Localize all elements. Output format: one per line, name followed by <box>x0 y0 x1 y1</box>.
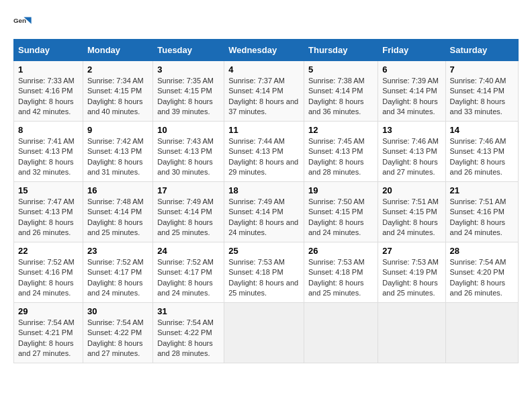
day-info: Sunrise: 7:41 AM Sunset: 4:13 PM Dayligh… <box>18 136 79 178</box>
daylight-label: Daylight: 8 hours and 24 minutes. <box>228 218 298 236</box>
day-number: 18 <box>228 185 300 195</box>
daylight-label: Daylight: 8 hours and 28 minutes. <box>157 339 213 357</box>
calendar-cell: 21 Sunrise: 7:51 AM Sunset: 4:16 PM Dayl… <box>445 182 518 242</box>
day-number: 14 <box>450 125 514 135</box>
sunset-label: Sunset: 4:14 PM <box>228 87 283 95</box>
sunrise-label: Sunrise: 7:45 AM <box>308 137 365 145</box>
sunset-label: Sunset: 4:14 PM <box>157 208 212 216</box>
header-cell: Sunday <box>14 40 83 61</box>
day-number: 28 <box>450 246 514 256</box>
day-number: 19 <box>308 185 373 195</box>
day-info: Sunrise: 7:37 AM Sunset: 4:14 PM Dayligh… <box>228 76 300 118</box>
sunset-label: Sunset: 4:14 PM <box>450 87 504 95</box>
day-info: Sunrise: 7:43 AM Sunset: 4:13 PM Dayligh… <box>157 136 220 178</box>
day-number: 10 <box>157 125 220 135</box>
day-number: 23 <box>87 246 148 256</box>
calendar-cell: 18 Sunrise: 7:49 AM Sunset: 4:14 PM Dayl… <box>224 182 304 242</box>
sunset-label: Sunset: 4:13 PM <box>157 147 212 155</box>
calendar-cell: 29 Sunrise: 7:54 AM Sunset: 4:21 PM Dayl… <box>14 303 83 363</box>
calendar-cell: 12 Sunrise: 7:45 AM Sunset: 4:13 PM Dayl… <box>304 122 378 182</box>
sunrise-label: Sunrise: 7:33 AM <box>18 77 75 85</box>
daylight-label: Daylight: 8 hours and 25 minutes. <box>308 279 364 297</box>
day-number: 15 <box>18 185 79 195</box>
sunrise-label: Sunrise: 7:43 AM <box>157 137 214 145</box>
sunrise-label: Sunrise: 7:53 AM <box>308 258 365 266</box>
daylight-label: Daylight: 8 hours and 24 minutes. <box>157 279 213 297</box>
sunrise-label: Sunrise: 7:48 AM <box>87 197 144 205</box>
day-number: 29 <box>18 306 79 316</box>
day-number: 1 <box>18 64 79 75</box>
calendar-cell: 27 Sunrise: 7:53 AM Sunset: 4:19 PM Dayl… <box>378 242 445 303</box>
sunset-label: Sunset: 4:14 PM <box>308 87 363 95</box>
calendar-cell: 19 Sunrise: 7:50 AM Sunset: 4:15 PM Dayl… <box>304 182 378 242</box>
daylight-label: Daylight: 8 hours and 27 minutes. <box>87 339 143 357</box>
calendar-cell: 10 Sunrise: 7:43 AM Sunset: 4:13 PM Dayl… <box>153 122 224 182</box>
day-number: 31 <box>157 306 220 316</box>
calendar-cell: 30 Sunrise: 7:54 AM Sunset: 4:22 PM Dayl… <box>83 303 152 363</box>
sunset-label: Sunset: 4:13 PM <box>87 147 142 155</box>
sunrise-label: Sunrise: 7:54 AM <box>87 318 144 326</box>
day-number: 25 <box>228 246 300 256</box>
calendar-header: SundayMondayTuesdayWednesdayThursdayFrid… <box>14 40 519 61</box>
day-number: 5 <box>308 64 373 75</box>
sunset-label: Sunset: 4:16 PM <box>450 208 504 216</box>
sunset-label: Sunset: 4:17 PM <box>87 268 142 276</box>
calendar-cell: 1 Sunrise: 7:33 AM Sunset: 4:16 PM Dayli… <box>14 61 83 122</box>
header-cell: Saturday <box>445 40 518 61</box>
calendar-cell: 25 Sunrise: 7:53 AM Sunset: 4:18 PM Dayl… <box>224 242 304 303</box>
sunrise-label: Sunrise: 7:51 AM <box>382 197 439 205</box>
sunset-label: Sunset: 4:13 PM <box>308 147 363 155</box>
day-info: Sunrise: 7:50 AM Sunset: 4:15 PM Dayligh… <box>308 197 373 238</box>
sunrise-label: Sunrise: 7:53 AM <box>382 258 439 266</box>
sunrise-label: Sunrise: 7:42 AM <box>87 137 144 145</box>
sunset-label: Sunset: 4:17 PM <box>157 268 212 276</box>
daylight-label: Daylight: 8 hours and 25 minutes. <box>382 279 438 297</box>
daylight-label: Daylight: 8 hours and 39 minutes. <box>157 97 213 116</box>
daylight-label: Daylight: 8 hours and 26 minutes. <box>18 218 74 236</box>
daylight-label: Daylight: 8 hours and 29 minutes. <box>228 158 298 176</box>
day-number: 20 <box>382 185 441 195</box>
day-number: 27 <box>382 246 441 256</box>
daylight-label: Daylight: 8 hours and 24 minutes. <box>87 279 143 297</box>
day-number: 2 <box>87 64 148 75</box>
daylight-label: Daylight: 8 hours and 28 minutes. <box>308 158 364 176</box>
daylight-label: Daylight: 8 hours and 24 minutes. <box>382 218 438 236</box>
sunrise-label: Sunrise: 7:50 AM <box>308 197 365 205</box>
day-info: Sunrise: 7:52 AM Sunset: 4:16 PM Dayligh… <box>18 257 79 299</box>
day-info: Sunrise: 7:46 AM Sunset: 4:13 PM Dayligh… <box>382 136 441 178</box>
logo-icon: Gen <box>13 13 32 32</box>
header-cell: Thursday <box>304 40 378 61</box>
page-header: Gen <box>13 13 519 32</box>
day-info: Sunrise: 7:54 AM Sunset: 4:21 PM Dayligh… <box>18 318 79 359</box>
day-number: 26 <box>308 246 373 256</box>
calendar-cell: 6 Sunrise: 7:39 AM Sunset: 4:14 PM Dayli… <box>378 61 445 122</box>
day-info: Sunrise: 7:54 AM Sunset: 4:22 PM Dayligh… <box>87 318 148 359</box>
header-cell: Monday <box>83 40 152 61</box>
day-info: Sunrise: 7:51 AM Sunset: 4:15 PM Dayligh… <box>382 197 441 238</box>
sunset-label: Sunset: 4:18 PM <box>228 268 283 276</box>
table-row: 1 Sunrise: 7:33 AM Sunset: 4:16 PM Dayli… <box>14 61 519 122</box>
table-row: 15 Sunrise: 7:47 AM Sunset: 4:13 PM Dayl… <box>14 182 519 242</box>
daylight-label: Daylight: 8 hours and 25 minutes. <box>157 218 213 236</box>
daylight-label: Daylight: 8 hours and 34 minutes. <box>382 97 438 116</box>
daylight-label: Daylight: 8 hours and 37 minutes. <box>228 97 298 116</box>
day-info: Sunrise: 7:52 AM Sunset: 4:17 PM Dayligh… <box>87 257 148 299</box>
sunset-label: Sunset: 4:19 PM <box>382 268 437 276</box>
calendar-cell: 16 Sunrise: 7:48 AM Sunset: 4:14 PM Dayl… <box>83 182 152 242</box>
day-info: Sunrise: 7:46 AM Sunset: 4:13 PM Dayligh… <box>450 136 514 178</box>
calendar-cell: 9 Sunrise: 7:42 AM Sunset: 4:13 PM Dayli… <box>83 122 152 182</box>
calendar-cell: 23 Sunrise: 7:52 AM Sunset: 4:17 PM Dayl… <box>83 242 152 303</box>
daylight-label: Daylight: 8 hours and 24 minutes. <box>450 218 506 236</box>
sunset-label: Sunset: 4:22 PM <box>87 328 142 336</box>
sunrise-label: Sunrise: 7:51 AM <box>450 197 506 205</box>
sunrise-label: Sunrise: 7:34 AM <box>87 77 144 85</box>
table-row: 8 Sunrise: 7:41 AM Sunset: 4:13 PM Dayli… <box>14 122 519 182</box>
sunset-label: Sunset: 4:13 PM <box>450 147 504 155</box>
calendar-table: SundayMondayTuesdayWednesdayThursdayFrid… <box>13 39 519 363</box>
sunrise-label: Sunrise: 7:54 AM <box>450 258 506 266</box>
daylight-label: Daylight: 8 hours and 31 minutes. <box>87 158 143 176</box>
daylight-label: Daylight: 8 hours and 32 minutes. <box>18 158 74 176</box>
daylight-label: Daylight: 8 hours and 26 minutes. <box>450 158 506 176</box>
sunrise-label: Sunrise: 7:52 AM <box>157 258 214 266</box>
sunset-label: Sunset: 4:16 PM <box>18 87 73 95</box>
